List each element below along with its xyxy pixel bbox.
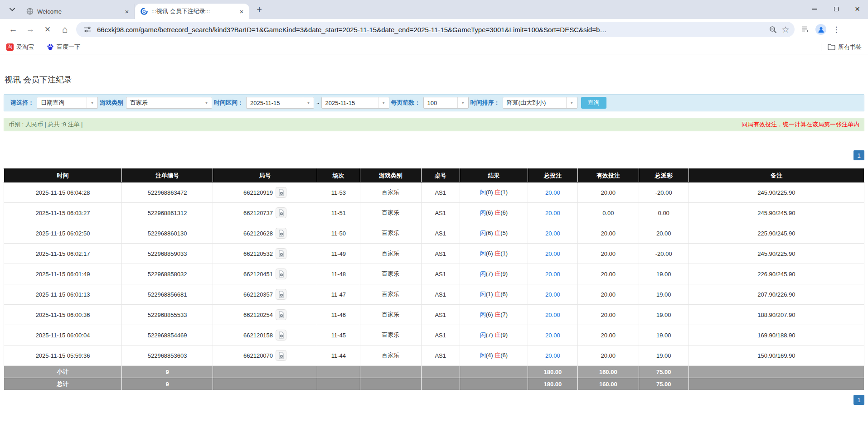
zoom-icon[interactable] xyxy=(766,23,779,36)
site-settings-icon[interactable] xyxy=(82,24,93,35)
table-row: 2025-11-15 06:02:50522968860130662120628… xyxy=(4,223,864,244)
date-start-select[interactable]: 2025-11-15 ▼ xyxy=(246,97,314,109)
video-replay-icon[interactable] xyxy=(276,350,286,361)
table-body: 2025-11-15 06:04:28522968863472662120919… xyxy=(4,182,864,390)
cell-session: 11-44 xyxy=(317,345,360,366)
url-text[interactable]: 66cxkj98.com/game/betrecord_search/kind3… xyxy=(97,26,766,34)
bookmark-baidu[interactable]: 百度一下 xyxy=(47,43,80,51)
footer-valid-bet: 160.00 xyxy=(577,378,639,390)
total-bet-link[interactable]: 20.00 xyxy=(545,271,560,278)
total-bet-link[interactable]: 20.00 xyxy=(545,189,560,196)
cell-result: 闲(6) 庄(1) xyxy=(460,244,528,264)
cell-total-bet: 20.00 xyxy=(528,325,577,345)
address-bar[interactable]: 66cxkj98.com/game/betrecord_search/kind3… xyxy=(76,22,795,37)
maximize-button[interactable] xyxy=(825,0,847,18)
search-button[interactable]: 查询 xyxy=(581,97,606,109)
result-player: 闲(6) xyxy=(480,250,493,257)
tab-close-icon[interactable]: × xyxy=(238,7,246,15)
baidu-paw-icon xyxy=(47,43,54,51)
game-kind-select[interactable]: 百家乐 ▼ xyxy=(126,97,212,109)
footer-total-bet: 180.00 xyxy=(528,366,577,378)
per-page-select[interactable]: 100 ▼ xyxy=(423,97,469,109)
cell-note: 188.90/207.90 xyxy=(689,305,864,325)
footer-payout: 75.00 xyxy=(639,366,689,378)
video-replay-icon[interactable] xyxy=(276,330,286,341)
tab-search-chevron-icon[interactable] xyxy=(5,3,19,16)
bookmarks-divider xyxy=(821,43,821,51)
cell-bet-id: 522968858032 xyxy=(122,264,213,284)
cell-session: 11-51 xyxy=(317,203,360,223)
cell-bet-id: 522968853603 xyxy=(122,345,213,366)
cell-total-bet: 20.00 xyxy=(528,203,577,223)
cell-bet-id: 522968863472 xyxy=(122,182,213,203)
cell-table-no: AS1 xyxy=(421,244,460,264)
back-button[interactable]: ← xyxy=(5,22,21,37)
cell-bet-id: 522968859033 xyxy=(122,244,213,264)
cell-time: 2025-11-15 06:01:49 xyxy=(4,264,122,284)
cell-payout: 20.00 xyxy=(639,223,689,244)
cell-note: 226.90/245.90 xyxy=(689,264,864,284)
media-controls-icon[interactable] xyxy=(799,23,812,36)
column-header: 时间 xyxy=(4,169,122,182)
footer-empty xyxy=(213,366,317,378)
all-bookmarks-button[interactable]: 所有书签 xyxy=(828,43,862,51)
footer-empty xyxy=(421,366,460,378)
tab-betrecord[interactable]: :::视讯 会员下注纪录::: × xyxy=(135,4,249,19)
browser-menu-icon[interactable]: ⋮ xyxy=(830,25,843,34)
tab-close-icon[interactable]: × xyxy=(123,7,131,15)
cell-total-bet: 20.00 xyxy=(528,223,577,244)
cell-round: 662120070 xyxy=(213,345,317,366)
all-bookmarks-label: 所有书签 xyxy=(838,43,862,51)
forward-button[interactable]: → xyxy=(23,22,38,37)
round-number: 662120532 xyxy=(243,250,273,257)
total-bet-link[interactable]: 20.00 xyxy=(545,352,560,359)
close-button[interactable]: × xyxy=(847,0,868,18)
cell-session: 11-46 xyxy=(317,305,360,325)
total-bet-link[interactable]: 20.00 xyxy=(545,250,560,257)
date-end-select[interactable]: 2025-11-15 ▼ xyxy=(321,97,389,109)
video-replay-icon[interactable] xyxy=(276,289,286,300)
cell-result: 闲(1) 庄(6) xyxy=(460,284,528,305)
cell-game-kind: 百家乐 xyxy=(360,203,421,223)
home-button[interactable]: ⌂ xyxy=(57,22,73,37)
sort-select[interactable]: 降冪(由大到小) ▼ xyxy=(503,97,577,109)
new-tab-button[interactable]: + xyxy=(253,3,266,16)
tab-welcome[interactable]: Welcome × xyxy=(21,4,135,19)
video-replay-icon[interactable] xyxy=(276,269,286,279)
cell-table-no: AS1 xyxy=(421,305,460,325)
round-number: 662120628 xyxy=(243,230,273,237)
total-bet-link[interactable]: 20.00 xyxy=(545,332,560,339)
table-row: 2025-11-15 06:00:36522968855533662120254… xyxy=(4,305,864,325)
query-type-select[interactable]: 日期查询 ▼ xyxy=(37,97,98,109)
cell-game-kind: 百家乐 xyxy=(360,182,421,203)
cell-total-bet: 20.00 xyxy=(528,284,577,305)
total-bet-link[interactable]: 20.00 xyxy=(545,210,560,216)
cell-round: 662120737 xyxy=(213,203,317,223)
page-number-badge[interactable]: 1 xyxy=(853,150,864,160)
total-bet-link[interactable]: 20.00 xyxy=(545,312,560,318)
result-player: 闲(6) xyxy=(480,230,493,236)
bookmark-star-icon[interactable]: ☆ xyxy=(779,23,792,36)
video-replay-icon[interactable] xyxy=(276,228,286,239)
total-bet-link[interactable]: 20.00 xyxy=(545,291,560,298)
cell-payout: 19.00 xyxy=(639,345,689,366)
stop-button[interactable]: × xyxy=(40,22,55,37)
cell-time: 2025-11-15 06:00:04 xyxy=(4,325,122,345)
table-row: 2025-11-15 06:03:27522968861312662120737… xyxy=(4,203,864,223)
video-replay-icon[interactable] xyxy=(276,207,286,218)
bookmarks-bar: 淘 爱淘宝 百度一下 所有书签 xyxy=(0,40,868,54)
cell-total-bet: 20.00 xyxy=(528,182,577,203)
footer-empty xyxy=(360,378,421,390)
column-header: 备注 xyxy=(689,169,864,182)
bookmark-taobao[interactable]: 淘 爱淘宝 xyxy=(6,43,34,51)
filter-bar: 请选择： 日期查询 ▼ 游戏类别 百家乐 ▼ 时间区间： 2025-11-15 … xyxy=(4,94,864,111)
cell-note: 245.90/225.90 xyxy=(689,244,864,264)
footer-empty xyxy=(213,378,317,390)
minimize-button[interactable] xyxy=(804,0,825,18)
total-bet-link[interactable]: 20.00 xyxy=(545,230,560,237)
video-replay-icon[interactable] xyxy=(276,187,286,198)
page-number-badge[interactable]: 1 xyxy=(853,395,864,405)
profile-avatar[interactable] xyxy=(815,24,826,35)
video-replay-icon[interactable] xyxy=(276,309,286,320)
video-replay-icon[interactable] xyxy=(276,248,286,259)
